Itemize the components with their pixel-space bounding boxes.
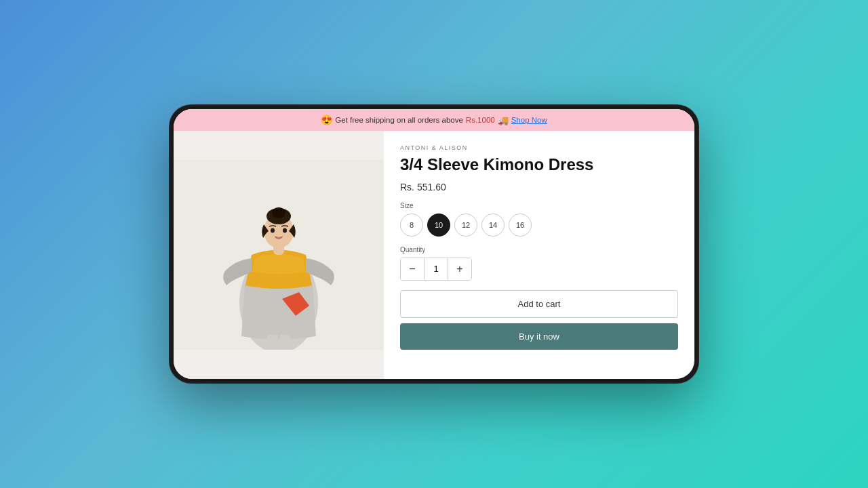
quantity-control: − 1 + xyxy=(400,258,472,281)
quantity-section: Quantity − 1 + xyxy=(400,246,678,281)
size-12-button[interactable]: 12 xyxy=(454,214,477,237)
svg-point-7 xyxy=(283,228,287,233)
add-to-cart-button[interactable]: Add to cart xyxy=(400,290,678,318)
svg-rect-8 xyxy=(267,335,278,350)
product-details: ANTONI & ALISON 3/4 Sleeve Kimono Dress … xyxy=(384,131,694,379)
banner-text: Get free shipping on all orders above xyxy=(335,116,463,124)
product-image-section xyxy=(174,131,384,379)
promo-banner: 😍 Get free shipping on all orders above … xyxy=(174,109,694,131)
brand-name: ANTONI & ALISON xyxy=(400,144,678,151)
product-image xyxy=(174,160,384,350)
banner-emoji: 😍 xyxy=(321,115,332,125)
product-title: 3/4 Sleeve Kimono Dress xyxy=(400,155,678,175)
size-10-button[interactable]: 10 xyxy=(427,214,450,237)
product-price: Rs. 551.60 xyxy=(400,182,678,192)
size-8-button[interactable]: 8 xyxy=(400,214,423,237)
quantity-value: 1 xyxy=(424,258,448,280)
content-area: ANTONI & ALISON 3/4 Sleeve Kimono Dress … xyxy=(174,131,694,379)
tablet-frame: 😍 Get free shipping on all orders above … xyxy=(170,105,698,383)
truck-emoji: 🚚 xyxy=(498,115,509,125)
size-label: Size xyxy=(400,202,678,209)
quantity-label: Quantity xyxy=(400,246,678,253)
shop-now-link[interactable]: Shop Now xyxy=(511,116,547,124)
quantity-increase-button[interactable]: + xyxy=(448,258,471,280)
size-options: 8 10 12 14 16 xyxy=(400,214,678,237)
svg-point-6 xyxy=(271,228,275,233)
quantity-decrease-button[interactable]: − xyxy=(401,258,424,280)
banner-amount: Rs.1000 xyxy=(466,116,495,124)
buy-now-button[interactable]: Buy it now xyxy=(400,323,678,350)
svg-point-5 xyxy=(272,207,285,218)
size-14-button[interactable]: 14 xyxy=(481,214,505,237)
svg-rect-9 xyxy=(279,335,290,350)
tablet-screen: 😍 Get free shipping on all orders above … xyxy=(174,109,694,379)
size-16-button[interactable]: 16 xyxy=(509,214,532,237)
